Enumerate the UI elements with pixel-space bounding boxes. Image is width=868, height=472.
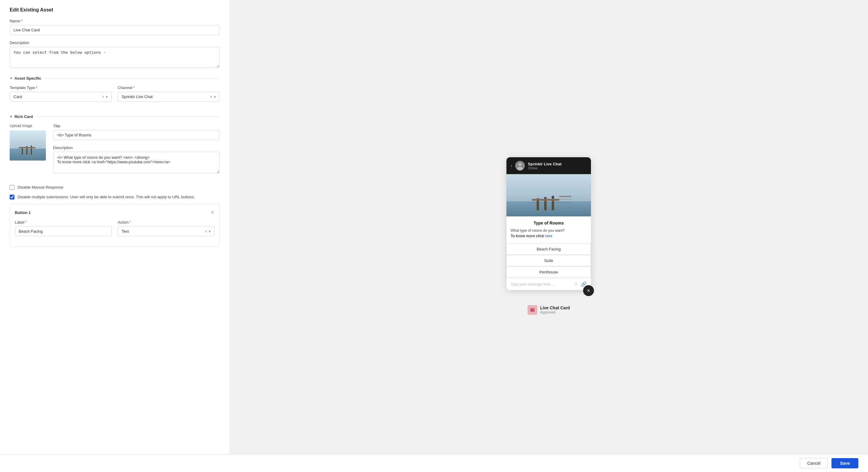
template-channel-row: Template Type * Card × ▾ Channel * S xyxy=(10,86,220,107)
asset-specific-toggle[interactable]: ▼ Asset Specific xyxy=(10,76,41,81)
channel-select[interactable]: Sprinklr Live Chat × ▾ xyxy=(118,92,220,102)
rich-card-toggle[interactable]: ▼ Rich Card xyxy=(10,115,33,119)
preview-button-beach-facing[interactable]: Beach Facing xyxy=(506,244,591,255)
rich-card-title-group: Title xyxy=(53,124,220,140)
close-preview-button[interactable]: × xyxy=(583,285,594,296)
chat-header: ‹ Sprinklr Live Chat Online xyxy=(506,157,591,174)
button1-action-required: * xyxy=(129,220,131,224)
button1-action-label: Action * xyxy=(118,220,215,224)
button1-title: Button 1 xyxy=(15,210,31,215)
disable-multiple-label[interactable]: Disable multiple submissions: User will … xyxy=(18,194,195,200)
rich-card-desc-group: Description <i> What type of rooms do yo… xyxy=(53,146,220,175)
svg-rect-13 xyxy=(506,201,591,216)
svg-rect-19 xyxy=(532,199,571,199)
asset-specific-section-header: ▼ Asset Specific xyxy=(10,76,220,81)
description-label: Description xyxy=(10,40,220,45)
asset-specific-chevron-icon: ▼ xyxy=(10,77,13,80)
chat-body: Type of Rooms What type of rooms do you … xyxy=(506,174,591,290)
disable-multiple-row: Disable multiple submissions: User will … xyxy=(10,194,220,200)
chat-input-bar: Type your message here... ☺ 🔗 xyxy=(506,278,591,290)
template-type-clear-icon[interactable]: × xyxy=(102,95,104,99)
asset-icon xyxy=(528,305,537,315)
chat-input-placeholder: Type your message here... xyxy=(511,282,571,286)
rich-card-desc-textarea[interactable]: <i> What type of rooms do you want? <em>… xyxy=(53,152,220,174)
button1-card: Button 1 × Label * Action * xyxy=(10,204,220,247)
channel-chevron-icon: ▾ xyxy=(214,95,216,99)
name-input[interactable] xyxy=(10,25,220,35)
name-required: * xyxy=(21,19,23,23)
svg-rect-23 xyxy=(531,308,534,309)
asset-name: Live Chat Card xyxy=(540,306,570,310)
disable-manual-checkbox[interactable] xyxy=(10,185,14,190)
button1-label-input[interactable] xyxy=(15,226,112,236)
upload-image-label: Upload Image xyxy=(10,124,46,128)
button1-action-clear-icon[interactable]: × xyxy=(205,229,207,233)
disable-multiple-checkbox[interactable] xyxy=(10,195,14,199)
name-label: Name * xyxy=(10,19,220,23)
cancel-button[interactable]: Cancel xyxy=(800,458,828,468)
description-field-group: Description You can select from the belo… xyxy=(10,40,220,69)
rich-card-label: Rich Card xyxy=(14,115,33,119)
disable-manual-row: Disable Manual Response xyxy=(10,185,220,190)
card-link[interactable]: here xyxy=(545,234,552,238)
template-type-chevron-icon: ▾ xyxy=(106,95,108,99)
upload-image-area: Upload Image xyxy=(10,124,46,180)
channel-group: Channel * Sprinklr Live Chat × ▾ xyxy=(118,86,220,102)
chat-card-image xyxy=(506,174,591,216)
template-type-label: Template Type * xyxy=(10,86,112,90)
avatar xyxy=(515,161,525,170)
button1-fields: Label * Action * Text × ▾ xyxy=(15,220,215,242)
chat-agent-name: Sprinklr Live Chat xyxy=(528,162,587,166)
channel-value: Sprinklr Live Chat xyxy=(122,94,210,99)
button1-label-group: Label * xyxy=(15,220,112,236)
template-type-group: Template Type * Card × ▾ xyxy=(10,86,112,102)
button1-header: Button 1 × xyxy=(15,209,215,216)
svg-point-10 xyxy=(519,163,522,166)
preview-button-penthouse[interactable]: Penthouse xyxy=(506,266,591,278)
channel-label: Channel * xyxy=(118,86,220,90)
svg-rect-18 xyxy=(559,196,571,197)
asset-info: Live Chat Card Approved xyxy=(528,305,570,315)
name-field-group: Name * xyxy=(10,19,220,35)
channel-required: * xyxy=(133,86,134,90)
chat-widget: ‹ Sprinklr Live Chat Online xyxy=(506,157,591,290)
button1-remove-button[interactable]: × xyxy=(211,209,215,216)
card-desc-bold: To know more click xyxy=(511,234,545,238)
rich-card-section-header: ▼ Rich Card xyxy=(10,115,220,119)
asset-specific-divider xyxy=(44,78,220,78)
chat-card-description: What type of rooms do you want? To know … xyxy=(511,228,587,239)
chat-input-icons: ☺ 🔗 xyxy=(574,281,587,287)
svg-rect-21 xyxy=(532,202,571,203)
chat-back-icon[interactable]: ‹ xyxy=(511,163,512,168)
button1-label-label: Label * xyxy=(15,220,112,224)
svg-rect-1 xyxy=(10,149,46,161)
chat-agent-status: Online xyxy=(528,166,587,170)
svg-rect-6 xyxy=(19,147,35,148)
channel-clear-icon[interactable]: × xyxy=(210,95,212,99)
rich-card-desc-label: Description xyxy=(53,146,220,150)
button1-action-select[interactable]: Text × ▾ xyxy=(118,226,215,236)
rich-card-content: Upload Image xyxy=(10,124,220,180)
action-bar: Cancel Save xyxy=(0,454,868,472)
template-type-select[interactable]: Card × ▾ xyxy=(10,92,112,102)
svg-rect-7 xyxy=(19,148,35,148)
preview-panel: ‹ Sprinklr Live Chat Online xyxy=(229,0,868,472)
svg-point-11 xyxy=(517,167,523,170)
disable-manual-label[interactable]: Disable Manual Response xyxy=(18,185,63,190)
svg-rect-4 xyxy=(31,146,32,155)
template-type-value: Card xyxy=(13,94,102,99)
save-button[interactable]: Save xyxy=(832,458,858,468)
button1-action-value: Text xyxy=(122,229,205,233)
description-textarea[interactable]: You can select from the below options - xyxy=(10,47,220,68)
rich-card-title-input[interactable] xyxy=(53,130,220,140)
rich-card-chevron-icon: ▼ xyxy=(10,115,13,118)
preview-button-suite[interactable]: Suite xyxy=(506,255,591,266)
rich-card-fields: Title Description <i> What type of rooms… xyxy=(53,124,220,180)
button1-action-group: Action * Text × ▾ xyxy=(118,220,215,236)
image-preview[interactable] xyxy=(10,130,46,161)
emoji-icon[interactable]: ☺ xyxy=(574,281,578,287)
asset-specific-label: Asset Specific xyxy=(14,76,41,81)
asset-info-text: Live Chat Card Approved xyxy=(540,306,570,314)
svg-rect-16 xyxy=(552,196,554,210)
chat-header-info: Sprinklr Live Chat Online xyxy=(528,162,587,170)
